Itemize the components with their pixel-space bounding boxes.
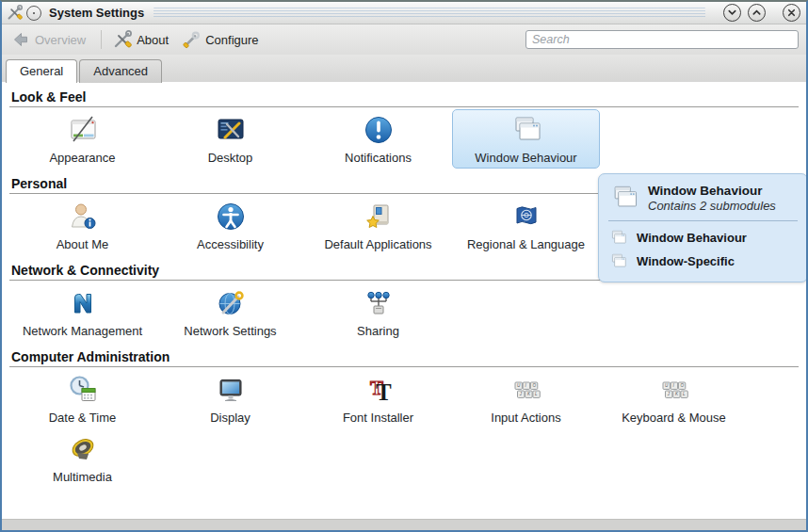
- section-title-look-feel: Look & Feel: [11, 89, 797, 105]
- item-font-installer[interactable]: Font Installer: [304, 369, 452, 428]
- regional-language-icon: [509, 199, 544, 234]
- default-applications-icon: [361, 199, 396, 234]
- app-icon: [7, 5, 23, 21]
- window-behaviour-icon: [509, 112, 544, 148]
- window-behaviour-icon: [608, 228, 628, 248]
- tooltip-entry-window-behaviour[interactable]: Window Behaviour: [608, 226, 798, 250]
- about-label: About: [137, 33, 169, 47]
- accessibility-icon: [213, 199, 249, 234]
- item-label: Date & Time: [49, 411, 117, 425]
- section-title-computer-admin: Computer Administration: [11, 349, 797, 364]
- status-bar: [2, 519, 806, 530]
- about-button[interactable]: About: [109, 27, 176, 52]
- item-multimedia[interactable]: Multimedia: [8, 428, 156, 488]
- window-behaviour-tooltip: Window Behaviour Contains 2 submodules W…: [598, 173, 808, 282]
- multimedia-icon: [65, 431, 101, 467]
- network-management-icon: [65, 285, 101, 321]
- display-icon: [213, 372, 249, 408]
- tooltip-entry-label: Window Behaviour: [637, 231, 747, 245]
- item-label: Notifications: [345, 151, 412, 165]
- item-label: Sharing: [357, 324, 399, 338]
- overview-button[interactable]: Overview: [8, 27, 93, 52]
- tab-general[interactable]: General: [6, 59, 77, 83]
- wrench-icon: [182, 30, 201, 49]
- close-icon: [786, 8, 797, 18]
- tools-icon: [113, 30, 132, 49]
- item-network-management[interactable]: Network Management: [8, 282, 156, 342]
- section-divider: [9, 366, 799, 367]
- item-about-me[interactable]: About Me: [8, 196, 156, 255]
- date-time-icon: [65, 372, 101, 408]
- configure-label: Configure: [205, 33, 258, 47]
- font-installer-icon: [361, 372, 396, 408]
- about-me-icon: [65, 199, 101, 234]
- section-grid-computer-admin: Date & Time Display Font Installer Input…: [2, 369, 806, 488]
- window-menu-button[interactable]: [26, 6, 41, 21]
- item-accessibility[interactable]: Accessibility: [156, 196, 304, 255]
- chevron-down-icon: [727, 8, 737, 18]
- item-window-behaviour[interactable]: Window Behaviour: [452, 109, 600, 169]
- item-label: Regional & Language: [467, 237, 585, 251]
- appearance-icon: [65, 112, 101, 148]
- maximize-button[interactable]: [748, 4, 766, 22]
- keyboard-mouse-icon: [656, 372, 692, 408]
- item-label: Multimedia: [53, 470, 112, 484]
- item-sharing[interactable]: Sharing: [304, 282, 452, 342]
- tooltip-divider: [608, 220, 798, 221]
- item-input-actions[interactable]: Input Actions: [452, 369, 600, 428]
- tab-bar: General Advanced: [2, 55, 806, 82]
- tooltip-title: Window Behaviour: [648, 184, 776, 198]
- tooltip-subtitle: Contains 2 submodules: [648, 199, 776, 213]
- item-label: Appearance: [49, 151, 115, 165]
- input-actions-icon: [509, 372, 544, 408]
- tab-advanced[interactable]: Advanced: [79, 59, 162, 83]
- item-label: Desktop: [208, 151, 253, 165]
- desktop-icon: [213, 112, 249, 148]
- overview-label: Overview: [35, 33, 86, 47]
- item-label: Keyboard & Mouse: [622, 411, 726, 425]
- item-label: Network Management: [23, 324, 142, 338]
- item-date-time[interactable]: Date & Time: [8, 369, 156, 428]
- item-label: Default Applications: [324, 237, 431, 251]
- configure-button[interactable]: Configure: [178, 27, 266, 52]
- tooltip-header: Window Behaviour Contains 2 submodules: [608, 182, 798, 214]
- search-input[interactable]: [525, 30, 799, 49]
- back-arrow-icon: [11, 30, 30, 49]
- window-behaviour-icon: [608, 251, 628, 271]
- section-grid-look-feel: Appearance Desktop Notifications Window …: [2, 109, 806, 169]
- item-label: Font Installer: [343, 411, 413, 425]
- item-label: About Me: [57, 237, 109, 251]
- sharing-icon: [361, 285, 396, 321]
- tooltip-entry-window-specific[interactable]: Window-Specific: [608, 250, 798, 273]
- notifications-icon: [361, 112, 396, 148]
- item-label: Network Settings: [184, 324, 276, 338]
- system-settings-window: System Settings Overview About Configure: [0, 0, 808, 532]
- item-desktop[interactable]: Desktop: [156, 109, 304, 169]
- titlebar[interactable]: System Settings: [2, 2, 806, 24]
- section-grid-network: Network Management Network Settings Shar…: [2, 282, 806, 342]
- titlebar-decoration: [154, 8, 705, 18]
- search-container: [525, 30, 799, 49]
- item-appearance[interactable]: Appearance: [8, 109, 156, 169]
- item-label: Window Behaviour: [475, 151, 576, 165]
- network-settings-icon: [213, 285, 249, 321]
- item-display[interactable]: Display: [156, 369, 304, 428]
- window-title: System Settings: [49, 6, 144, 20]
- section-divider: [9, 106, 799, 107]
- close-button[interactable]: [783, 4, 800, 22]
- item-label: Accessibility: [197, 237, 264, 251]
- item-regional-language[interactable]: Regional & Language: [452, 196, 600, 255]
- window-behaviour-icon: [608, 182, 640, 214]
- item-label: Display: [210, 411, 250, 425]
- chevron-up-icon: [751, 8, 762, 18]
- item-network-settings[interactable]: Network Settings: [156, 282, 304, 342]
- item-label: Input Actions: [491, 411, 560, 425]
- minimize-button[interactable]: [723, 4, 741, 22]
- item-notifications[interactable]: Notifications: [304, 109, 452, 169]
- tooltip-entry-label: Window-Specific: [637, 254, 735, 268]
- item-keyboard-mouse[interactable]: Keyboard & Mouse: [600, 369, 748, 428]
- toolbar: Overview About Configure: [2, 24, 806, 55]
- item-default-applications[interactable]: Default Applications: [304, 196, 452, 255]
- toolbar-separator: [101, 30, 102, 49]
- settings-content: Look & Feel Appearance Desktop Notificat…: [2, 82, 806, 519]
